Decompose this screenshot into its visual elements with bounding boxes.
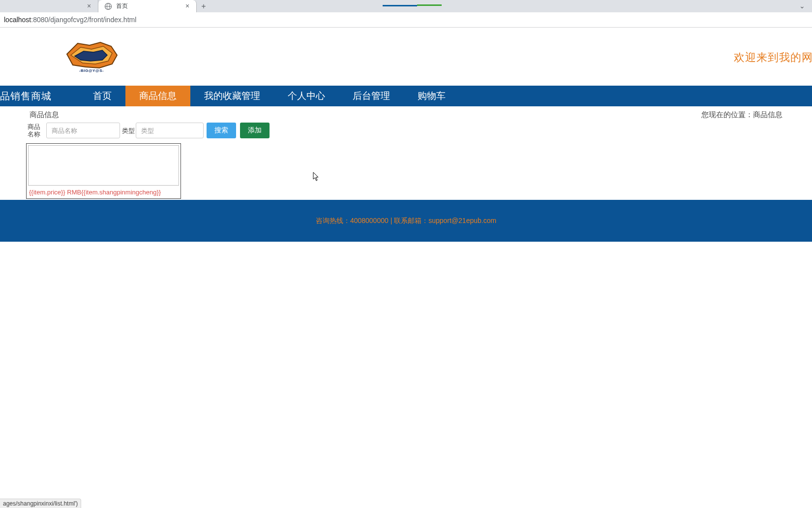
nav-bar: 品销售商城 首页 商品信息 我的收藏管理 个人中心 后台管理 购物车 <box>0 86 812 106</box>
chevron-down-icon[interactable]: ⌄ <box>799 2 805 10</box>
globe-icon <box>104 2 112 10</box>
svg-text:-BIG@Y@S-: -BIG@Y@S- <box>79 68 104 73</box>
tab-bar: × 首页 × + ⌄ <box>0 0 812 12</box>
browser-tab-1[interactable]: × <box>0 0 98 12</box>
product-name-input[interactable] <box>46 123 120 138</box>
address-bar[interactable]: localhost:8080/djangofcvg2/front/index.h… <box>4 16 808 24</box>
page-title: 商品信息 <box>30 110 59 120</box>
url-host: localhost <box>4 16 31 24</box>
breadcrumb: 您现在的位置：商品信息 <box>701 110 782 120</box>
welcome-text: 欢迎来到我的网 <box>734 50 812 65</box>
page: -BIG@Y@S- 欢迎来到我的网 品销售商城 首页 商品信息 我的收藏管理 个… <box>0 28 812 242</box>
close-icon[interactable]: × <box>85 2 93 10</box>
filter-row: 商品名称 类型 搜索 添加 <box>0 123 812 143</box>
item-list: {{item.price}} RMB{{item.shangpinmingche… <box>0 143 812 199</box>
nav-item-admin[interactable]: 后台管理 <box>339 86 404 106</box>
item-image-placeholder <box>28 145 179 186</box>
url-port: :8080 <box>31 16 48 24</box>
nav-brand[interactable]: 品销售商城 <box>0 86 61 106</box>
browser-tab-2[interactable]: 首页 × <box>98 0 197 12</box>
browser-chrome: × 首页 × + ⌄ localhost:8080/djangofcvg2/fr… <box>0 0 812 28</box>
product-name-label: 商品名称 <box>28 123 46 138</box>
nav-item-personal[interactable]: 个人中心 <box>274 86 339 106</box>
footer-text: 咨询热线：4008000000 | 联系邮箱：support@21epub.co… <box>316 217 496 225</box>
nav-item-home[interactable]: 首页 <box>79 86 125 106</box>
url-path: /djangofcvg2/front/index.html <box>48 16 136 24</box>
type-label: 类型 <box>122 127 136 134</box>
item-price-name: {{item.price}} RMB{{item.shangpinmingche… <box>28 186 179 197</box>
breadcrumb-row: 商品信息 您现在的位置：商品信息 <box>0 106 812 123</box>
page-header: -BIG@Y@S- 欢迎来到我的网 <box>0 28 812 86</box>
add-button[interactable]: 添加 <box>240 123 270 138</box>
accent-strip <box>383 0 442 8</box>
type-input[interactable] <box>136 123 204 138</box>
site-logo[interactable]: -BIG@Y@S- <box>63 38 120 75</box>
page-footer: 咨询热线：4008000000 | 联系邮箱：support@21epub.co… <box>0 200 812 242</box>
item-card[interactable]: {{item.price}} RMB{{item.shangpinmingche… <box>26 143 181 199</box>
nav-item-cart[interactable]: 购物车 <box>404 86 459 106</box>
close-icon[interactable]: × <box>183 2 191 10</box>
address-bar-row: localhost:8080/djangofcvg2/front/index.h… <box>0 12 812 28</box>
nav-item-product-info[interactable]: 商品信息 <box>125 86 190 106</box>
search-button[interactable]: 搜索 <box>207 123 236 138</box>
tab-title: 首页 <box>116 2 183 10</box>
new-tab-button[interactable]: + <box>197 0 211 12</box>
nav-item-favorites[interactable]: 我的收藏管理 <box>190 86 274 106</box>
content: 商品信息 您现在的位置：商品信息 商品名称 类型 搜索 添加 {{item.pr… <box>0 106 812 199</box>
